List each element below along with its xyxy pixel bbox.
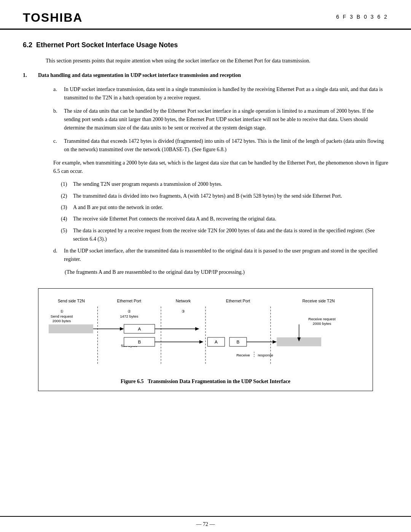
svg-marker-16: [195, 327, 199, 331]
paren-3-num: (3): [61, 203, 73, 212]
doc-number: 6 F 3 B 0 3 6 2: [336, 11, 388, 20]
paren-5-num: (5): [61, 227, 73, 244]
paren-4-text: The receive side Ethernet Port connects …: [73, 215, 388, 223]
item-1-text: Data handling and data segmentation in U…: [38, 71, 388, 80]
page-number: — 72 —: [196, 521, 215, 527]
svg-marker-27: [272, 340, 277, 343]
svg-text:Send request: Send request: [51, 314, 73, 318]
svg-text:B: B: [237, 339, 240, 344]
item-a: a. In UDP socket interface transmission,…: [53, 85, 388, 102]
section-number: 6.2: [23, 41, 32, 49]
paren-item-2: (2) The transmitted data is divided into…: [61, 192, 388, 200]
section-intro: This section presents points that requir…: [46, 57, 388, 65]
svg-marker-12: [120, 327, 124, 331]
figure-label: Figure 6.5: [121, 379, 143, 384]
svg-text:Receive request: Receive request: [308, 317, 336, 321]
header: TOSHIBA 6 F 3 B 0 3 6 2: [0, 0, 411, 30]
footer: — 72 —: [0, 516, 411, 532]
page: TOSHIBA 6 F 3 B 0 3 6 2 6.2 Ethernet Por…: [0, 0, 411, 532]
label-ethernet-port-right: Ethernet Port: [226, 299, 250, 303]
paren-item-5: (5) The data is accepted by a receive re…: [61, 227, 388, 244]
svg-text:③: ③: [182, 309, 185, 313]
reassembly-note: (The fragments A and B are reassembled t…: [65, 268, 388, 276]
alpha-list-d: d. In the UDP socket interface, after th…: [53, 247, 388, 264]
item-c-text: Transmitted data that exceeds 1472 bytes…: [64, 137, 388, 154]
figure-title: Transmission Data Fragmentation in the U…: [148, 379, 290, 384]
section-title: 6.2 Ethernet Port Socket Interface Usage…: [23, 41, 388, 49]
diagram-svg: Send side T2N Ethernet Port Network Ethe…: [45, 296, 366, 372]
item-a-alpha: a.: [53, 85, 64, 102]
section-heading: Ethernet Port Socket Interface Usage Not…: [36, 41, 178, 49]
paren-1-text: The sending T2N user program requests a …: [73, 180, 388, 189]
item-1-num: 1.: [23, 71, 38, 80]
diagram-container: Send side T2N Ethernet Port Network Ethe…: [38, 288, 373, 391]
paren-item-4: (4) The receive side Ethernet Port conne…: [61, 215, 388, 223]
svg-text:1472 bytes: 1472 bytes: [120, 314, 138, 318]
svg-text:2000 bytes: 2000 bytes: [313, 321, 331, 326]
svg-marker-21: [199, 340, 204, 343]
svg-text:A: A: [138, 326, 141, 331]
item-d: d. In the UDP socket interface, after th…: [53, 247, 388, 264]
label-ethernet-port-left: Ethernet Port: [117, 299, 142, 303]
svg-rect-10: [49, 324, 93, 333]
label-network: Network: [176, 299, 191, 303]
svg-text:2000 bytes: 2000 bytes: [53, 318, 71, 323]
main-content: 6.2 Ethernet Port Socket Interface Usage…: [0, 30, 411, 414]
item-d-text: In the UDP socket interface, after the t…: [64, 247, 388, 264]
item-c-alpha: c.: [53, 137, 64, 154]
sub-para-1: For example, when transmitting a 2000 by…: [53, 159, 388, 176]
svg-text:A: A: [215, 339, 218, 344]
paren-item-1: (1) The sending T2N user program request…: [61, 180, 388, 189]
item-b-text: The size of data units that can be handl…: [64, 107, 388, 133]
svg-text:Receive: Receive: [236, 353, 250, 357]
paren-3-text: A and B are put onto the network in orde…: [73, 203, 388, 212]
item-a-text: In UDP socket interface transmission, da…: [64, 85, 388, 102]
label-receive-side-t2n: Receive side T2N: [303, 299, 335, 303]
paren-1-num: (1): [61, 180, 73, 189]
alpha-list: a. In UDP socket interface transmission,…: [53, 85, 388, 154]
paren-2-num: (2): [61, 192, 73, 200]
paren-5-text: The data is accepted by a receive reques…: [73, 227, 388, 244]
item-1: 1. Data handling and data segmentation i…: [23, 71, 388, 80]
paren-2-text: The transmitted data is divided into two…: [73, 192, 388, 200]
item-b-alpha: b.: [53, 107, 64, 133]
svg-text:B: B: [138, 339, 141, 344]
item-c: c. Transmitted data that exceeds 1472 by…: [53, 137, 388, 154]
svg-text:response: response: [258, 353, 273, 357]
svg-text:②: ②: [127, 309, 131, 313]
paren-item-3: (3) A and B are put onto the network in …: [61, 203, 388, 212]
paren-list: (1) The sending T2N user program request…: [61, 180, 388, 243]
label-send-side-t2n: Send side T2N: [58, 299, 85, 303]
item-d-alpha: d.: [53, 247, 64, 264]
item-b: b. The size of data units that can be ha…: [53, 107, 388, 133]
figure-caption: Figure 6.5 Transmission Data Fragmentati…: [45, 379, 366, 385]
svg-text:①: ①: [60, 309, 64, 313]
logo: TOSHIBA: [23, 11, 83, 25]
paren-4-num: (4): [61, 215, 73, 223]
